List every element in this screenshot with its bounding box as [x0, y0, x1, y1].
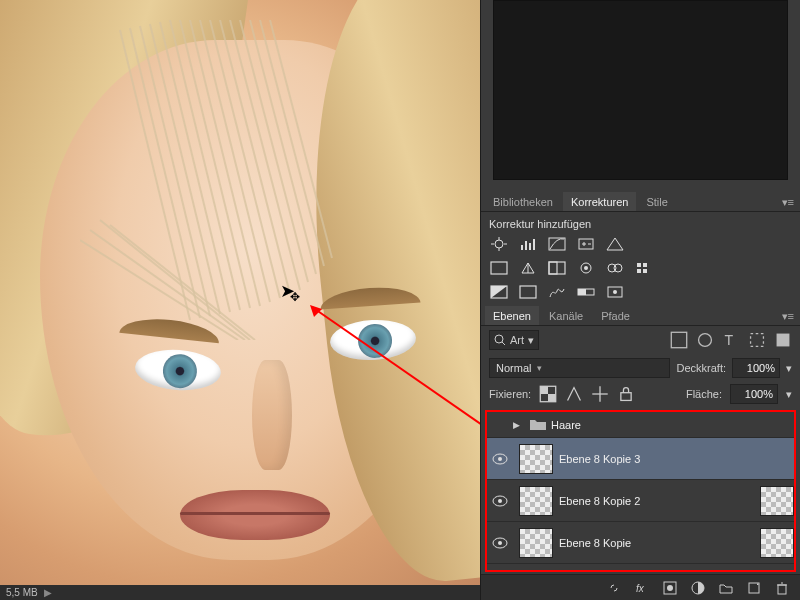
chevron-down-icon[interactable]: ▾	[786, 362, 792, 375]
opacity-value: 100%	[747, 362, 775, 374]
gradient-map-icon[interactable]	[576, 284, 596, 300]
status-bar: 5,5 MB ▶	[0, 585, 480, 600]
adjustments-tabstrip: Bibliotheken Korrekturen Stile ▾≡	[481, 190, 800, 212]
blend-mode-dropdown[interactable]: Normal ▾	[489, 358, 670, 378]
hue-sat-icon[interactable]	[489, 260, 509, 276]
svg-rect-65	[548, 394, 556, 402]
filter-smart-icon[interactable]	[774, 332, 792, 348]
right-panel-stack: Bibliotheken Korrekturen Stile ▾≡ Korrek…	[480, 0, 800, 600]
photo-filter-icon[interactable]	[576, 260, 596, 276]
svg-rect-40	[549, 262, 557, 274]
selective-color-icon[interactable]	[605, 284, 625, 300]
filter-type-icon[interactable]: T	[722, 332, 740, 348]
svg-point-72	[498, 499, 502, 503]
layers-flyout-menu-icon[interactable]: ▾≡	[776, 308, 800, 325]
lock-row: Fixieren: Fläche: 100% ▾	[481, 382, 800, 410]
svg-rect-80	[778, 585, 786, 594]
layer-row[interactable]: Ebene 8 Kopie 2	[487, 480, 794, 522]
fill-field[interactable]: 100%	[730, 384, 778, 404]
svg-rect-58	[671, 332, 686, 347]
layer-style-icon[interactable]: fx	[634, 580, 650, 596]
photo-lips	[180, 490, 330, 540]
filter-shape-icon[interactable]	[748, 332, 766, 348]
photo-nose	[252, 360, 292, 470]
curves-icon[interactable]	[547, 236, 567, 252]
svg-rect-45	[637, 263, 641, 267]
layer-thumbnail[interactable]	[519, 444, 553, 474]
lock-all-icon[interactable]	[617, 386, 635, 402]
search-icon	[494, 334, 506, 346]
svg-marker-50	[491, 286, 507, 298]
document-canvas-area: ➤✥ 5,5 MB ▶	[0, 0, 480, 600]
tab-korrekturen[interactable]: Korrekturen	[563, 192, 636, 211]
exposure-icon[interactable]	[576, 236, 596, 252]
layer-group-row[interactable]: ▶ Haare	[487, 412, 794, 438]
brightness-contrast-icon[interactable]	[489, 236, 509, 252]
visibility-toggle[interactable]	[487, 495, 513, 507]
tab-bibliotheken[interactable]: Bibliotheken	[485, 192, 561, 211]
adjustments-heading: Korrektur hinzufügen	[489, 218, 591, 230]
chevron-down-icon[interactable]: ▾	[786, 388, 792, 401]
svg-point-56	[495, 335, 503, 343]
layer-thumbnail[interactable]	[519, 486, 553, 516]
svg-text:fx: fx	[636, 583, 645, 594]
invert-icon[interactable]	[489, 284, 509, 300]
new-adjustment-layer-icon[interactable]	[690, 580, 706, 596]
fill-label: Fläche:	[686, 388, 722, 400]
black-white-icon[interactable]	[547, 260, 567, 276]
layer-filter-icons: T	[670, 332, 792, 348]
lock-position-icon[interactable]	[591, 386, 609, 402]
color-balance-icon[interactable]	[518, 260, 538, 276]
disclosure-triangle-icon[interactable]: ▶	[513, 420, 527, 430]
tab-kanale[interactable]: Kanäle	[541, 306, 591, 325]
navigator-preview-box[interactable]	[493, 0, 788, 180]
delete-layer-icon[interactable]	[774, 580, 790, 596]
levels-icon[interactable]	[518, 236, 538, 252]
opacity-label: Deckkraft:	[676, 362, 726, 374]
opacity-field[interactable]: 100%	[732, 358, 780, 378]
visibility-toggle[interactable]	[487, 453, 513, 465]
filter-adjust-icon[interactable]	[696, 332, 714, 348]
filter-pixel-icon[interactable]	[670, 332, 688, 348]
svg-rect-48	[643, 269, 647, 273]
tab-pfade[interactable]: Pfade	[593, 306, 638, 325]
photo-lip-line	[180, 512, 330, 515]
status-caret-icon[interactable]: ▶	[44, 587, 52, 598]
svg-text:T: T	[725, 332, 734, 348]
layer-name[interactable]: Ebene 8 Kopie 3	[559, 453, 640, 465]
layers-panel: Ebenen Kanäle Pfade ▾≡ Art ▾ T	[480, 304, 800, 600]
new-group-icon[interactable]	[718, 580, 734, 596]
lock-transparency-icon[interactable]	[539, 386, 557, 402]
tab-ebenen[interactable]: Ebenen	[485, 306, 539, 325]
layer-group-name[interactable]: Haare	[551, 419, 581, 431]
threshold-icon[interactable]	[547, 284, 567, 300]
color-lookup-icon[interactable]	[634, 260, 654, 276]
svg-line-57	[502, 342, 505, 345]
layer-filter-kind-dropdown[interactable]: Art ▾	[489, 330, 539, 350]
document-canvas[interactable]: ➤✥	[0, 0, 480, 585]
posterize-icon[interactable]	[518, 284, 538, 300]
visibility-toggle[interactable]	[487, 537, 513, 549]
svg-rect-30	[533, 239, 535, 250]
new-layer-icon[interactable]	[746, 580, 762, 596]
vibrance-icon[interactable]	[605, 236, 625, 252]
add-mask-icon[interactable]	[662, 580, 678, 596]
channel-mixer-icon[interactable]	[605, 260, 625, 276]
layer-list: ▶ Haare Ebene 8 Kopie 3 Ebene 8 Kopie 2	[485, 410, 796, 572]
layer-row[interactable]: Ebene 8 Kopie 3	[487, 438, 794, 480]
status-filesize: 5,5 MB	[6, 587, 38, 598]
layer-name[interactable]: Ebene 8 Kopie 2	[559, 495, 640, 507]
chevron-down-icon: ▾	[537, 363, 542, 373]
adjustments-flyout-menu-icon[interactable]: ▾≡	[776, 194, 800, 211]
layer-row[interactable]: Ebene 8 Kopie	[487, 522, 794, 564]
svg-rect-68	[621, 393, 631, 401]
svg-rect-62	[777, 334, 790, 347]
layer-name[interactable]: Ebene 8 Kopie	[559, 537, 631, 549]
lock-image-icon[interactable]	[565, 386, 583, 402]
tab-stile[interactable]: Stile	[638, 192, 675, 211]
layer-thumbnail[interactable]	[519, 528, 553, 558]
svg-rect-47	[637, 269, 641, 273]
link-layers-icon[interactable]	[606, 580, 622, 596]
svg-rect-64	[540, 386, 548, 394]
layer-thumbnail-right	[760, 486, 794, 516]
